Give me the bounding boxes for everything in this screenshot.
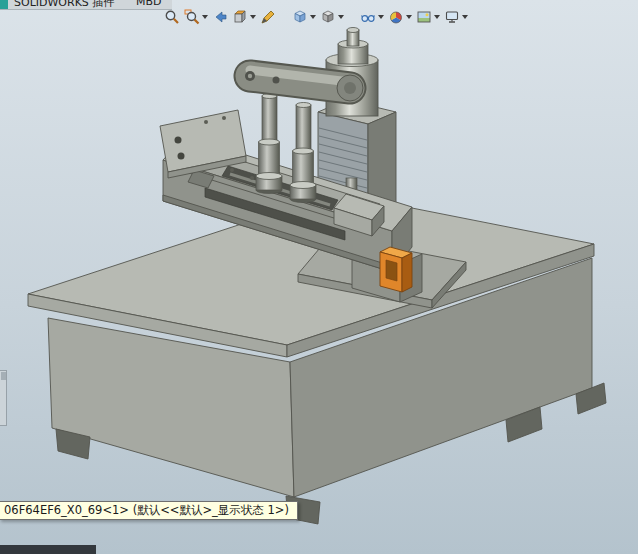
pencil-icon — [260, 9, 276, 25]
dropdown-arrow[interactable] — [462, 15, 468, 19]
guide-rod-1[interactable] — [256, 94, 282, 194]
section-view-button[interactable] — [231, 7, 257, 27]
color-ball-icon — [388, 9, 404, 25]
section-cube-icon — [232, 9, 248, 25]
previous-view-button[interactable] — [211, 7, 229, 27]
display-style-button[interactable] — [319, 7, 345, 27]
magnifier-icon — [164, 9, 180, 25]
toolbar-separator — [347, 17, 357, 18]
glasses-icon — [360, 9, 376, 25]
view-settings-button[interactable] — [443, 7, 469, 27]
guide-rod-2[interactable] — [290, 103, 316, 203]
magnifier-area-icon — [184, 9, 200, 25]
dynamic-annotation-views-button[interactable] — [259, 7, 277, 27]
zoom-to-fit-button[interactable] — [163, 7, 181, 27]
viewport-3d-model[interactable] — [0, 0, 638, 554]
toolbar-separator — [279, 17, 289, 18]
dropdown-arrow[interactable] — [406, 15, 412, 19]
tab-solidworks-addins[interactable]: SOLIDWORKS 插件 — [14, 0, 114, 10]
edit-appearance-button[interactable] — [387, 7, 413, 27]
command-manager-fragment: SOLIDWORKS 插件 MBD — [0, 0, 172, 10]
view-orientation-button[interactable] — [291, 7, 317, 27]
view-cube-icon — [292, 9, 308, 25]
apply-scene-button[interactable] — [415, 7, 441, 27]
dropdown-arrow[interactable] — [378, 15, 384, 19]
zoom-to-area-button[interactable] — [183, 7, 209, 27]
taskbar-fragment — [0, 545, 96, 554]
tab-mbd[interactable]: MBD — [136, 0, 162, 8]
scene-icon — [416, 9, 432, 25]
highlighted-part[interactable] — [380, 247, 412, 292]
component-name-tooltip: 06F64EF6_X0_69<1> (默认<<默认>_显示状态 1>) — [0, 501, 298, 520]
panel-splitter-handle[interactable] — [0, 370, 7, 426]
heads-up-toolbar — [163, 7, 469, 27]
dropdown-arrow[interactable] — [202, 15, 208, 19]
monitor-icon — [444, 9, 460, 25]
dropdown-arrow[interactable] — [250, 15, 256, 19]
logo-fragment-icon — [0, 0, 8, 9]
hide-show-items-button[interactable] — [359, 7, 385, 27]
back-arrow-icon — [212, 9, 228, 25]
shaded-cube-icon — [320, 9, 336, 25]
dropdown-arrow[interactable] — [310, 15, 316, 19]
splitter-grip-icon — [1, 372, 6, 380]
dropdown-arrow[interactable] — [338, 15, 344, 19]
dropdown-arrow[interactable] — [434, 15, 440, 19]
